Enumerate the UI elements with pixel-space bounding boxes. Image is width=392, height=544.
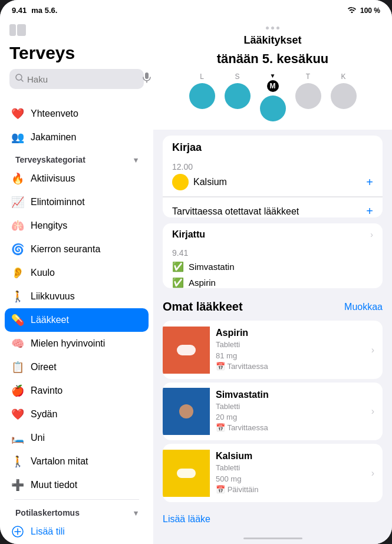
persons-icon: 👥	[11, 130, 25, 144]
day-label-s: S	[235, 72, 239, 81]
lisaa-laake-button[interactable]: Lisää lääke	[153, 506, 392, 533]
categories-label: Terveyskategoriat	[15, 155, 85, 164]
device-frame: 9.41 ma 5.6. 100 %	[0, 0, 392, 544]
sidebar-item-vartalon-mitat[interactable]: 🚶 Vartalon mitat	[5, 450, 149, 473]
sidebar-item-aktiivisuus[interactable]: 🔥 Aktiivisuus	[5, 167, 149, 190]
sidebar-item-ravinto[interactable]: 🍎 Ravinto	[5, 379, 149, 403]
kirjattu-title: Kirjattu	[172, 229, 205, 240]
day-circle-s[interactable]	[225, 83, 251, 109]
med-card-aspirin[interactable]: Aspirin Tabletti 81 mg 📅 Tarvittaessa ›	[163, 321, 383, 379]
sidebar: Terveys ❤️ Yhteenveto	[0, 18, 153, 544]
day-row: L S ▼ M T	[165, 72, 380, 130]
svg-rect-1	[17, 24, 26, 36]
status-time: 9.41	[12, 6, 27, 15]
search-bar[interactable]	[9, 69, 144, 89]
sidebar-label-yhteenveto: Yhteenveto	[31, 108, 78, 119]
sidebar-item-hengitys[interactable]: 🫁 Hengitys	[5, 214, 149, 238]
aspirin-card-image	[163, 327, 210, 374]
fire-icon: 🔥	[11, 172, 25, 186]
simvastatin-card-name: Simvastatin	[216, 390, 365, 400]
day-circle-l[interactable]	[189, 83, 215, 109]
add-med-button-1200[interactable]: +	[366, 176, 373, 189]
sidebar-label-kuulo: Kuulo	[31, 268, 55, 278]
med-card-simvastatin[interactable]: Simvastatin Tabletti 20 mg 📅 Tarvittaess…	[163, 383, 383, 441]
svg-rect-4	[145, 72, 149, 79]
aspirin-card-detail: Tabletti 81 mg 📅 Tarvittaessa	[216, 339, 365, 372]
check-aspirin-icon: ✅	[172, 277, 184, 288]
recorded-med-simvastatin: Simvastatin	[189, 262, 235, 272]
sidebar-item-liikkuvuus[interactable]: 🚶 Liikkuvuus	[5, 285, 149, 308]
sidebar-item-oireet[interactable]: 📋 Oireet	[5, 355, 149, 379]
kalsium-card-name: Kalsium	[216, 451, 365, 461]
sidebar-label-lisaa-tili: Lisää tili	[31, 526, 65, 537]
day-col-t: T	[295, 72, 321, 109]
sleep-icon: 🛏️	[11, 431, 25, 445]
lungs-icon: 🫁	[11, 219, 25, 233]
bottom-hint	[153, 533, 392, 544]
day-label-t: T	[306, 72, 310, 81]
sidebar-label-oireet: Oireet	[31, 362, 57, 372]
app-title: Terveys	[9, 43, 144, 63]
mic-icon[interactable]	[143, 72, 151, 85]
today-badge: M	[267, 80, 279, 92]
body-icon: 🚶	[11, 454, 25, 469]
sidebar-item-sydan[interactable]: ❤️ Sydän	[5, 403, 149, 426]
sidebar-label-uni: Uni	[31, 433, 45, 443]
recorded-med-aspirin: Aspirin	[189, 278, 216, 288]
sidebar-item-lisaa-tili[interactable]: Lisää tili	[5, 520, 149, 543]
day-col-m: ▼ M	[260, 72, 286, 121]
aspirin-card-chevron-icon: ›	[371, 345, 383, 355]
sidebar-item-muut-tiedot[interactable]: ➕ Muut tiedot	[5, 473, 149, 497]
aspirin-card-info: Aspirin Tabletti 81 mg 📅 Tarvittaessa	[210, 321, 371, 379]
content-area: Terveys ❤️ Yhteenveto	[0, 18, 392, 544]
sidebar-toggle-icon[interactable]	[9, 28, 26, 38]
ear-icon: 👂	[11, 266, 25, 280]
day-circle-m[interactable]	[260, 95, 286, 121]
simvastatin-card-info: Simvastatin Tabletti 20 mg 📅 Tarvittaess…	[210, 383, 371, 441]
sidebar-item-laakkeet[interactable]: 💊 Lääkkeet	[5, 308, 149, 332]
muokkaa-button[interactable]: Muokkaa	[344, 302, 383, 312]
simvastatin-card-image	[163, 388, 210, 435]
sidebar-item-yhteenveto[interactable]: ❤️ Yhteenveto	[5, 102, 149, 126]
check-simvastatin-icon: ✅	[172, 261, 184, 272]
potilaskertomus-header: Potilaskertomus ▾	[5, 502, 149, 520]
sidebar-item-mielen-hyvinvointi[interactable]: 🧠 Mielen hyvinvointi	[5, 332, 149, 355]
day-circle-k[interactable]	[331, 83, 357, 109]
day-label-k: K	[341, 72, 345, 81]
add-tarvittaessa-button[interactable]: +	[366, 205, 373, 217]
sidebar-label-liikkuvuus: Liikkuvuus	[31, 291, 75, 302]
cycle-icon: 🌀	[11, 242, 25, 256]
sidebar-item-elintoiminnot[interactable]: 📈 Elintoiminnot	[5, 190, 149, 214]
sidebar-item-uni[interactable]: 🛏️ Uni	[5, 426, 149, 450]
search-input[interactable]	[27, 74, 139, 84]
sidebar-label-laakkeet: Lääkkeet	[31, 315, 69, 325]
date-title: tänään 5. kesäkuu	[165, 51, 380, 67]
categories-chevron-icon[interactable]: ▾	[134, 156, 138, 164]
omat-laakkeet-section: Omat lääkkeet Muokkaa Aspirin Tabletti 8…	[153, 294, 392, 533]
kirjaa-section: Kirjaa 12.00 Kalsium + Tarvittaessa otet…	[163, 136, 383, 217]
sidebar-label-mielen-hyvinvointi: Mielen hyvinvointi	[31, 338, 105, 349]
day-circle-t[interactable]	[295, 83, 321, 109]
simvastatin-card-detail: Tabletti 20 mg 📅 Tarvittaessa	[216, 401, 365, 434]
kirjattu-chevron-icon[interactable]: ›	[370, 230, 373, 239]
sidebar-item-kuulo[interactable]: 👂 Kuulo	[5, 261, 149, 285]
sidebar-item-jakaminen[interactable]: 👥 Jakaminen	[5, 126, 149, 149]
potilaskertomus-chevron-icon[interactable]: ▾	[134, 509, 138, 517]
tarvittaessa-row[interactable]: Tarvittaessa otettavat lääkkeet +	[163, 197, 383, 217]
kirjaa-title: Kirjaa	[172, 141, 202, 154]
status-bar: 9.41 ma 5.6. 100 %	[0, 0, 392, 18]
main-content: Lääkitykset tänään 5. kesäkuu L S ▼	[153, 18, 392, 544]
sidebar-item-kierron-seuranta[interactable]: 🌀 Kierron seuranta	[5, 238, 149, 261]
sidebar-label-kierron-seuranta: Kierron seuranta	[31, 244, 100, 255]
pill-icon: 💊	[11, 313, 25, 327]
kalsium-card-image	[163, 450, 210, 497]
sidebar-label-hengitys: Hengitys	[31, 220, 67, 231]
med-card-kalsium[interactable]: Kalsium Tabletti 500 mg 📅 Päivittäin ›	[163, 444, 383, 502]
recorded-time: 9.41	[163, 242, 383, 259]
svg-line-3	[21, 80, 23, 81]
day-label-l: L	[200, 72, 204, 81]
med-name-kalsium: Kalsium	[193, 177, 227, 187]
recorded-item-simvastatin: ✅ Simvastatin	[163, 259, 383, 275]
wave-icon: 📈	[11, 195, 25, 209]
recorded-item-aspirin: ✅ Aspirin	[163, 275, 383, 288]
